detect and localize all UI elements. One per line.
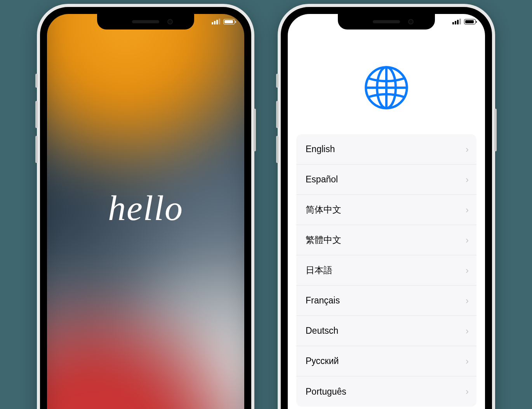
- language-label: Português: [306, 386, 346, 397]
- battery-icon: [464, 19, 476, 24]
- chevron-right-icon: ›: [466, 295, 469, 306]
- chevron-right-icon: ›: [466, 204, 469, 215]
- volume-up-button[interactable]: [35, 101, 38, 128]
- language-selection-screen: English › Español › 简体中文 › 繁體中文 ›: [288, 14, 485, 409]
- language-label: English: [306, 144, 335, 154]
- volume-down-button[interactable]: [35, 136, 38, 163]
- language-row-simplified-chinese[interactable]: 简体中文 ›: [296, 195, 476, 225]
- notch: [338, 14, 435, 29]
- language-row-russian[interactable]: Русский ›: [296, 346, 476, 376]
- iphone-frame-hello: hello: [37, 4, 254, 409]
- silence-switch[interactable]: [276, 74, 278, 88]
- language-label: 繁體中文: [306, 234, 341, 246]
- cellular-signal-icon: [212, 19, 220, 24]
- globe-icon: [363, 64, 410, 111]
- status-bar: [212, 19, 235, 24]
- front-camera: [167, 19, 173, 24]
- language-label: Français: [306, 295, 340, 306]
- power-button[interactable]: [254, 109, 256, 151]
- battery-icon: [223, 19, 235, 24]
- language-label: 简体中文: [306, 204, 341, 216]
- language-row-francais[interactable]: Français ›: [296, 286, 476, 316]
- language-row-portugues[interactable]: Português ›: [296, 376, 476, 407]
- cellular-signal-icon: [452, 19, 461, 24]
- language-label: Русский: [306, 356, 339, 366]
- language-row-english[interactable]: English ›: [296, 134, 476, 165]
- volume-up-button[interactable]: [276, 101, 278, 128]
- chevron-right-icon: ›: [466, 326, 469, 336]
- language-list: English › Español › 简体中文 › 繁體中文 ›: [296, 134, 476, 407]
- language-label: Español: [306, 174, 338, 185]
- chevron-right-icon: ›: [466, 386, 469, 397]
- language-row-japanese[interactable]: 日本語 ›: [296, 255, 476, 286]
- language-label: 日本語: [306, 264, 332, 276]
- chevron-right-icon: ›: [466, 174, 469, 185]
- chevron-right-icon: ›: [466, 265, 469, 276]
- chevron-right-icon: ›: [466, 144, 469, 155]
- language-row-traditional-chinese[interactable]: 繁體中文 ›: [296, 225, 476, 255]
- speaker-grille: [132, 20, 159, 23]
- status-bar: [452, 19, 476, 24]
- iphone-frame-language: English › Español › 简体中文 › 繁體中文 ›: [278, 4, 495, 409]
- language-label: Deutsch: [306, 326, 338, 336]
- front-camera: [408, 19, 414, 24]
- chevron-right-icon: ›: [466, 356, 469, 367]
- language-row-deutsch[interactable]: Deutsch ›: [296, 316, 476, 346]
- volume-down-button[interactable]: [276, 136, 278, 163]
- silence-switch[interactable]: [35, 74, 38, 88]
- language-row-espanol[interactable]: Español ›: [296, 165, 476, 195]
- hello-greeting: hello: [108, 187, 183, 229]
- power-button[interactable]: [494, 109, 497, 151]
- speaker-grille: [373, 20, 400, 23]
- chevron-right-icon: ›: [466, 235, 469, 246]
- notch: [97, 14, 194, 29]
